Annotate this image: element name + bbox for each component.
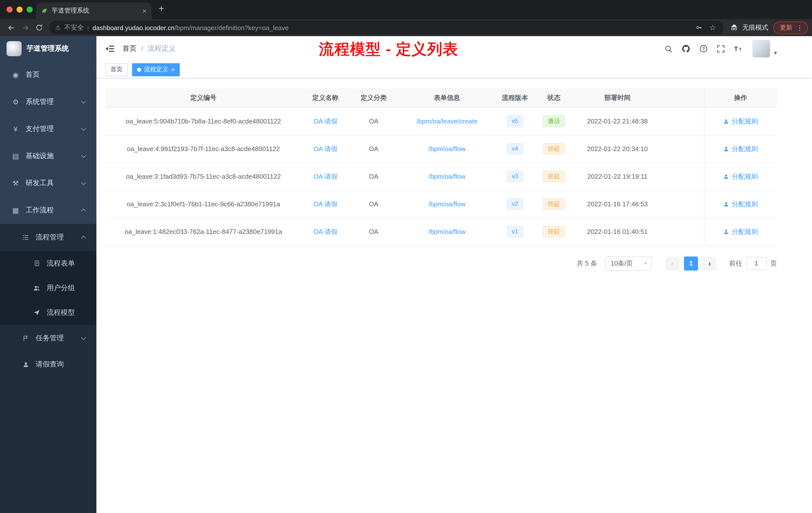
sidebar-item-workflow[interactable]: ▦ 工作流程	[0, 197, 96, 224]
reload-icon[interactable]	[32, 21, 46, 35]
yen-icon: ¥	[11, 125, 20, 133]
cell-definition-name: OA 请假	[301, 190, 349, 218]
col-form-info: 表单信息	[398, 88, 496, 108]
bookmark-star-icon[interactable]: ☆	[707, 23, 718, 33]
version-tag: v3	[507, 171, 523, 182]
sidebar-item-process-form[interactable]: 流程表单	[0, 251, 96, 276]
version-tag: v1	[507, 225, 523, 237]
password-key-icon[interactable]	[694, 23, 704, 33]
cell-definition-name: OA 请假	[301, 135, 349, 163]
fullscreen-icon[interactable]	[717, 44, 725, 53]
tags-view: 首页 流程定义 ×	[96, 61, 812, 78]
sidebar-item-leave-query[interactable]: 请假查询	[0, 352, 96, 377]
tag-process-definition[interactable]: 流程定义 ×	[132, 63, 180, 76]
total-count-label: 共 5 条	[577, 259, 597, 268]
browser-update-button[interactable]: 更新 ⋮	[773, 21, 808, 34]
address-bar[interactable]: ⚠ 不安全 | dashboard.yudao.iocoder.cn/bpm/m…	[49, 21, 724, 35]
page-title-annotation: 流程模型 - 定义列表	[319, 39, 458, 60]
form-link[interactable]: /bpm/oa/flow	[428, 145, 465, 153]
assign-rule-link[interactable]: 分配规则	[723, 200, 758, 209]
search-icon[interactable]	[665, 44, 673, 53]
sidebar-item-label: 流程模型	[47, 308, 75, 317]
table-row: oa_leave:5:004b710b-7b8a-11ec-8ef0-acde4…	[106, 108, 777, 135]
minimize-window-button[interactable]	[17, 6, 23, 12]
status-badge: 挂起	[543, 171, 565, 182]
tag-close-icon[interactable]: ×	[171, 66, 175, 72]
browser-menu-icon[interactable]: ⋮	[796, 24, 803, 31]
sidebar-collapse-icon[interactable]	[106, 45, 115, 53]
sidebar-item-task-management[interactable]: 任务管理	[0, 325, 96, 352]
version-tag: v4	[507, 143, 523, 155]
next-page-button[interactable]: ›	[702, 256, 717, 270]
font-size-icon[interactable]: TT	[734, 44, 744, 53]
back-icon[interactable]	[4, 21, 18, 35]
form-link[interactable]: /bpm/oa/flow	[428, 200, 465, 208]
sidebar-item-user-group[interactable]: 用户分组	[0, 276, 96, 300]
page-size-select[interactable]: 10条/页 ▾	[606, 256, 652, 270]
page-1-button[interactable]: 1	[684, 256, 698, 270]
status-badge: 挂起	[543, 225, 565, 237]
cell-definition-id: oa_leave:5:004b710b-7b8a-11ec-8ef0-acde4…	[106, 108, 301, 135]
table-row: oa_leave:2:3c1f0ef1-76b1-11ec-9c66-a2380…	[106, 190, 777, 218]
user-menu[interactable]: ▾	[753, 40, 777, 58]
forward-icon[interactable]	[18, 21, 32, 35]
breadcrumb-separator: /	[141, 45, 143, 53]
assign-rule-label: 分配规则	[732, 117, 758, 126]
caret-down-icon[interactable]: ▾	[774, 50, 777, 58]
assign-rule-link[interactable]: 分配规则	[723, 227, 758, 236]
chevron-down-icon	[81, 335, 86, 340]
page-goto-input[interactable]	[746, 257, 767, 270]
sidebar-item-devtools[interactable]: ⚒ 研发工具	[0, 170, 96, 197]
assign-rule-link[interactable]: 分配规则	[723, 117, 758, 126]
avatar[interactable]	[753, 40, 771, 58]
form-link[interactable]: /bpm/oa/leave/create	[416, 117, 477, 125]
form-link[interactable]: /bpm/oa/flow	[428, 173, 465, 180]
definition-name-link[interactable]: OA 请假	[313, 228, 337, 235]
flag-icon	[21, 335, 30, 342]
prev-page-button[interactable]: ‹	[665, 256, 679, 270]
sidebar-item-process-model[interactable]: 流程模型	[0, 300, 96, 325]
cell-filler	[661, 218, 704, 245]
assign-rule-link[interactable]: 分配规则	[723, 144, 758, 153]
browser-tab[interactable]: 芋道管理系统 ×	[36, 2, 152, 19]
sidebar-item-payment[interactable]: ¥ 支付管理	[0, 116, 96, 143]
definition-name-link[interactable]: OA 请假	[313, 173, 337, 180]
definition-name-link[interactable]: OA 请假	[313, 200, 337, 208]
cell-filler	[661, 163, 704, 190]
help-icon[interactable]: ?	[699, 44, 708, 53]
assign-rule-link[interactable]: 分配规则	[723, 172, 758, 181]
cell-definition-id: oa_leave:2:3c1f0ef1-76b1-11ec-9c66-a2380…	[106, 190, 301, 218]
app-logo[interactable]: 芋道管理系统	[0, 36, 96, 61]
cell-deploy-time: 2022-01-22 21:48:38	[574, 108, 661, 135]
definition-name-link[interactable]: OA 请假	[313, 145, 337, 152]
new-tab-button[interactable]: +	[159, 4, 164, 13]
tag-home[interactable]: 首页	[106, 63, 127, 76]
gear-icon: ⚙	[11, 98, 20, 106]
col-filler	[661, 88, 704, 108]
sidebar-item-process-management[interactable]: 流程管理	[0, 224, 96, 251]
tab-close-icon[interactable]: ×	[142, 7, 147, 14]
tag-label: 首页	[111, 65, 122, 74]
close-window-button[interactable]	[6, 6, 12, 12]
col-status: 状态	[534, 88, 574, 108]
definition-name-link[interactable]: OA 请假	[313, 117, 337, 125]
cell-status: 激活	[534, 108, 574, 135]
col-actions: 操作	[704, 88, 777, 108]
sidebar-item-system[interactable]: ⚙ 系统管理	[0, 88, 96, 116]
form-link[interactable]: /bpm/oa/flow	[428, 228, 465, 235]
sidebar-item-home[interactable]: ◉ 首页	[0, 61, 96, 88]
cell-definition-id: oa_leave:3:1fad3d93-7b75-11ec-a3c8-acde4…	[106, 163, 301, 190]
cell-definition-id: oa_leave:1:482ec033-762a-11ec-8477-a2380…	[106, 218, 301, 245]
github-icon[interactable]	[682, 44, 691, 53]
not-secure-label: 不安全	[64, 23, 84, 32]
user-group-icon	[32, 284, 41, 292]
sidebar-item-infrastructure[interactable]: ▤ 基础设施	[0, 143, 96, 170]
incognito-spy-icon	[730, 23, 739, 32]
list-icon	[21, 234, 30, 241]
zoom-window-button[interactable]	[27, 6, 33, 12]
assign-rule-label: 分配规则	[732, 144, 758, 153]
cell-definition-name: OA 请假	[301, 108, 349, 135]
cell-status: 挂起	[534, 190, 574, 218]
app-window: 芋道管理系统 ◉ 首页 ⚙ 系统管理 ¥ 支付管理 ▤ 基础设施	[0, 36, 812, 513]
breadcrumb-home[interactable]: 首页	[122, 44, 137, 53]
